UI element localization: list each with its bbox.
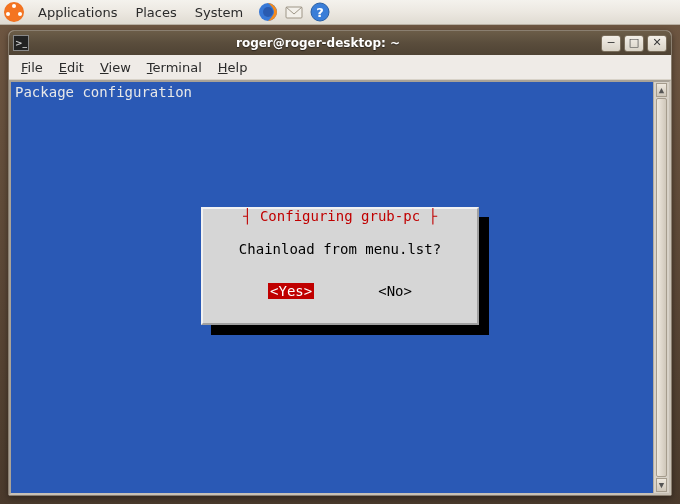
close-button[interactable]: ✕ xyxy=(647,35,667,52)
svg-text:?: ? xyxy=(316,5,324,20)
evolution-icon[interactable] xyxy=(283,1,305,23)
scrollbar-thumb[interactable] xyxy=(656,98,667,477)
scrollbar-up-arrow-icon[interactable]: ▲ xyxy=(656,83,667,97)
panel-launchers: ? xyxy=(257,1,331,23)
terminal-window: >_ roger@roger-desktop: ~ ─ □ ✕ File Edi… xyxy=(8,30,672,496)
terminal-header-text: Package configuration xyxy=(15,84,665,100)
terminal-screen[interactable]: Package configuration ┤ Configuring grub… xyxy=(9,80,671,495)
menu-view[interactable]: View xyxy=(92,57,139,78)
gnome-panel: Applications Places System ? xyxy=(0,0,680,25)
ubuntu-logo-icon[interactable] xyxy=(4,2,24,22)
svg-point-1 xyxy=(263,7,273,17)
scrollbar-down-arrow-icon[interactable]: ▼ xyxy=(656,478,667,492)
help-icon[interactable]: ? xyxy=(309,1,331,23)
panel-menu-system[interactable]: System xyxy=(187,2,251,23)
dialog-title: ┤ Configuring grub-pc ├ xyxy=(203,208,477,224)
window-controls: ─ □ ✕ xyxy=(601,35,667,52)
menu-file[interactable]: File xyxy=(13,57,51,78)
grub-config-dialog: ┤ Configuring grub-pc ├ Chainload from m… xyxy=(201,207,479,325)
minimize-button[interactable]: ─ xyxy=(601,35,621,52)
panel-menu-applications[interactable]: Applications xyxy=(30,2,125,23)
dialog-no-button[interactable]: <No> xyxy=(378,283,412,299)
dialog-prompt: Chainload from menu.lst? xyxy=(203,241,477,257)
menu-help[interactable]: Help xyxy=(210,57,256,78)
window-title: roger@roger-desktop: ~ xyxy=(35,36,601,50)
dialog-buttons: <Yes> <No> xyxy=(203,283,477,299)
panel-menu-places[interactable]: Places xyxy=(127,2,184,23)
menu-terminal[interactable]: Terminal xyxy=(139,57,210,78)
terminal-menubar: File Edit View Terminal Help xyxy=(9,55,671,80)
window-titlebar[interactable]: >_ roger@roger-desktop: ~ ─ □ ✕ xyxy=(9,31,671,55)
terminal-scrollbar[interactable]: ▲ ▼ xyxy=(653,82,669,493)
dialog-yes-button[interactable]: <Yes> xyxy=(268,283,314,299)
maximize-button[interactable]: □ xyxy=(624,35,644,52)
firefox-icon[interactable] xyxy=(257,1,279,23)
menu-edit[interactable]: Edit xyxy=(51,57,92,78)
terminal-app-icon: >_ xyxy=(13,35,29,51)
